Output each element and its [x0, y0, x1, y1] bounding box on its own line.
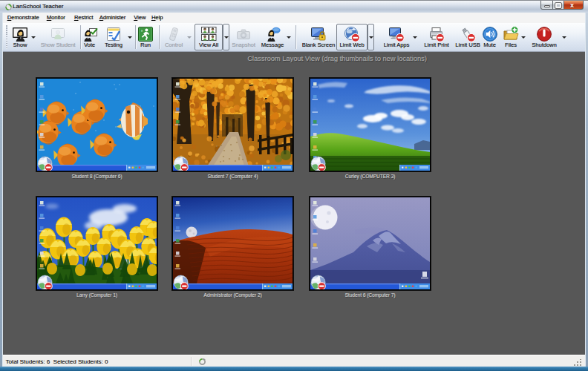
svg-text:E: E [141, 29, 143, 33]
